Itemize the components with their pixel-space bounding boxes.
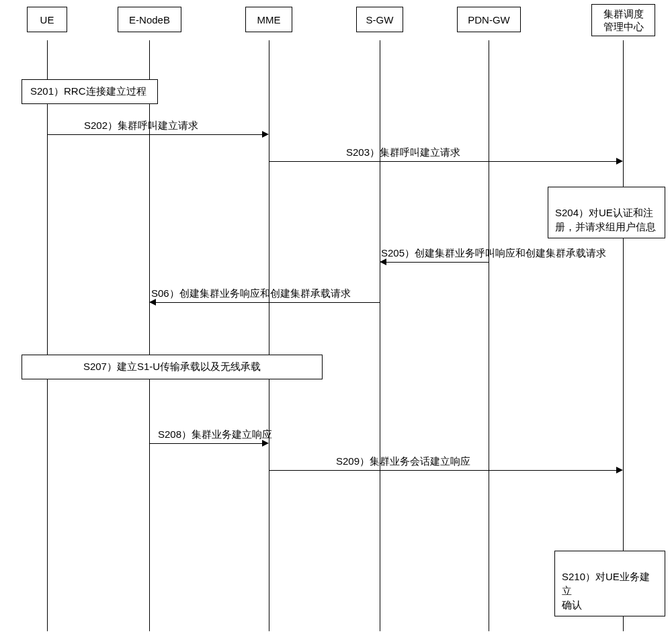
arrow-s208 [149,443,262,444]
participant-sgw: S-GW [356,7,403,32]
step-s210-box: S210）对UE业务建立 确认 [554,551,665,616]
arrow-head-s206 [149,299,156,306]
lifeline-ue [47,40,48,631]
participant-mme: MME [245,7,292,32]
arrow-head-s208 [262,440,269,447]
participant-center-label: 集群调度 管理中心 [603,7,644,34]
arrow-head-s205 [380,259,386,265]
step-s207-label: S207）建立S1-U传输承载以及无线承载 [83,361,261,372]
participant-enodeb-label: E-NodeB [129,14,170,26]
arrow-s205 [386,262,489,263]
step-s207-box: S207）建立S1-U传输承载以及无线承载 [22,355,323,379]
participant-mme-label: MME [257,14,281,26]
arrow-s209 [269,470,616,471]
participant-pdngw: PDN-GW [457,7,521,32]
step-s201-label: S201）RRC连接建立过程 [30,85,146,97]
step-s203-label: S203）集群呼叫建立请求 [346,146,460,159]
lifeline-mme [269,40,269,631]
arrow-s203 [269,161,616,162]
arrow-s202 [47,134,262,135]
participant-ue-label: UE [40,14,54,26]
participant-sgw-label: S-GW [366,14,394,26]
step-s204-box: S204）对UE认证和注 册，并请求组用户信息 [548,187,665,238]
step-s205-label: S205）创建集群业务呼叫响应和创建集群承载请求 [381,247,606,260]
step-s201-box: S201）RRC连接建立过程 [22,79,158,104]
step-s208-label: S208）集群业务建立响应 [158,428,272,441]
participant-center: 集群调度 管理中心 [591,4,655,36]
lifeline-pdngw [489,40,489,631]
lifeline-sgw [380,40,380,631]
participant-pdngw-label: PDN-GW [468,14,510,26]
lifeline-center [623,40,624,631]
step-s210-label: S210）对UE业务建立 确认 [562,571,650,610]
arrow-s206 [156,302,380,303]
participant-enodeb: E-NodeB [118,7,181,32]
step-s209-label: S209）集群业务会话建立响应 [336,455,470,468]
arrow-head-s202 [262,131,269,138]
arrow-head-s209 [616,467,623,473]
step-s204-label: S204）对UE认证和注 册，并请求组用户信息 [555,207,656,232]
step-s202-label: S202）集群呼叫建立请求 [84,120,198,132]
arrow-head-s203 [616,158,623,165]
step-s206-label: S06）创建集群业务响应和创建集群承载请求 [151,287,351,300]
participant-ue: UE [27,7,67,32]
